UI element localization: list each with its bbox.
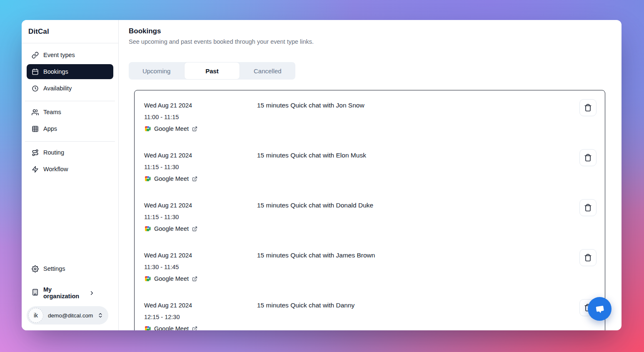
sidebar-item-label: Availability [43, 85, 72, 92]
booking-location-label: Google Meet [154, 175, 189, 183]
external-link-icon [192, 176, 197, 182]
clock-icon [32, 85, 39, 92]
booking-meta: Wed Aug 21 2024 11:00 - 11:15 Google Mee… [144, 101, 257, 133]
tab[interactable]: Cancelled [240, 62, 295, 80]
page-title: Bookings [129, 27, 622, 35]
tab[interactable]: Past [184, 62, 240, 80]
trash-icon [584, 154, 592, 162]
sidebar-item-label: Event types [43, 52, 75, 58]
delete-booking-button[interactable] [579, 99, 597, 116]
booking-time: 12:15 - 12:30 [144, 313, 257, 321]
booking-location-link[interactable]: Google Meet [144, 275, 257, 283]
bookings-filter-tabs: UpcomingPastCancelled [129, 62, 295, 80]
sidebar-nav-tertiary: Routing Workflow [22, 145, 118, 178]
booking-time: 11:30 - 11:45 [144, 263, 257, 271]
booking-location-link[interactable]: Google Meet [144, 225, 257, 233]
sidebar-nav-secondary: Teams Apps [22, 105, 118, 138]
sidebar-bottom: Settings My organization ik demo@ditcal.… [22, 261, 118, 330]
chevron-right-icon [89, 290, 95, 296]
link-icon [32, 52, 39, 59]
building-icon [32, 289, 39, 297]
grid-icon [32, 125, 39, 132]
booking-date: Wed Aug 21 2024 [144, 251, 257, 260]
google-meet-icon [144, 325, 151, 330]
external-link-icon [192, 276, 197, 282]
sidebar-item-label: Workflow [43, 166, 68, 172]
booking-location-link[interactable]: Google Meet [144, 125, 257, 133]
booking-row: Wed Aug 21 2024 12:15 - 12:30 Google Mee… [135, 290, 605, 330]
app-logo: DitCal [28, 27, 49, 36]
sidebar-divider [25, 141, 115, 142]
google-meet-icon [144, 225, 151, 232]
sidebar-nav-main: Event types Bookings Availability [22, 43, 118, 97]
chat-bubble-icon [593, 302, 607, 316]
delete-booking-button[interactable] [579, 199, 597, 216]
sidebar-divider [25, 101, 115, 101]
sidebar-item-label: Bookings [43, 68, 68, 75]
google-meet-icon [144, 125, 151, 132]
sidebar-item[interactable]: Apps [27, 121, 113, 136]
trash-icon [584, 254, 592, 262]
booking-title: 15 minutes Quick chat with Danny [257, 301, 579, 310]
calendar-icon [32, 68, 39, 75]
booking-time: 11:15 - 11:30 [144, 213, 257, 221]
desktop-background: { "app": { "name": "DitCal" }, "sidebar"… [0, 0, 644, 352]
booking-title: 15 minutes Quick chat with Elon Musk [257, 151, 579, 160]
tab[interactable]: Upcoming [129, 62, 184, 80]
booking-time: 11:00 - 11:15 [144, 113, 257, 121]
sidebar-item[interactable]: Workflow [27, 162, 113, 177]
zap-icon [32, 166, 39, 173]
booking-meta: Wed Aug 21 2024 11:15 - 11:30 Google Mee… [144, 151, 257, 183]
chat-widget-button[interactable] [588, 297, 612, 321]
booking-date: Wed Aug 21 2024 [144, 151, 257, 160]
delete-booking-button[interactable] [579, 149, 597, 166]
sidebar-item[interactable]: Bookings [27, 64, 113, 79]
sidebar-item-my-organization[interactable]: My organization [27, 285, 113, 300]
booking-location-label: Google Meet [154, 275, 189, 283]
trash-icon [584, 104, 592, 112]
sidebar-item-label: Apps [43, 125, 57, 132]
avatar: ik [28, 308, 43, 323]
route-icon [32, 149, 39, 156]
logo-block: DitCal [22, 20, 118, 43]
booking-meta: Wed Aug 21 2024 12:15 - 12:30 Google Mee… [144, 301, 257, 330]
booking-row: Wed Aug 21 2024 11:30 - 11:45 Google Mee… [135, 240, 605, 290]
booking-location-label: Google Meet [154, 225, 189, 233]
google-meet-icon [144, 175, 151, 182]
booking-title: 15 minutes Quick chat with Donald Duke [257, 201, 579, 210]
page-subtitle: See upcoming and past events booked thro… [129, 38, 622, 45]
sidebar-item[interactable]: Routing [27, 145, 113, 160]
users-icon [32, 109, 39, 116]
booking-time: 11:15 - 11:30 [144, 163, 257, 171]
gear-icon [32, 265, 39, 272]
sidebar-spacer [22, 178, 118, 261]
app-window: DitCal Event types Bookings Availability… [22, 20, 622, 330]
booking-location-label: Google Meet [154, 325, 189, 330]
sidebar-item-settings[interactable]: Settings [27, 261, 113, 276]
sidebar-item[interactable]: Teams [27, 105, 113, 120]
booking-meta: Wed Aug 21 2024 11:15 - 11:30 Google Mee… [144, 201, 257, 233]
delete-booking-button[interactable] [579, 249, 597, 266]
sidebar-item-label: Routing [43, 149, 64, 156]
booking-location-link[interactable]: Google Meet [144, 325, 257, 330]
booking-date: Wed Aug 21 2024 [144, 101, 257, 110]
external-link-icon [192, 126, 197, 132]
booking-row: Wed Aug 21 2024 11:15 - 11:30 Google Mee… [135, 140, 605, 190]
sidebar-item[interactable]: Event types [27, 47, 113, 62]
booking-location-link[interactable]: Google Meet [144, 175, 257, 183]
booking-row: Wed Aug 21 2024 11:15 - 11:30 Google Mee… [135, 190, 605, 240]
booking-title: 15 minutes Quick chat with James Brown [257, 251, 579, 260]
booking-date: Wed Aug 21 2024 [144, 301, 257, 310]
booking-row: Wed Aug 21 2024 11:00 - 11:15 Google Mee… [135, 90, 605, 140]
sidebar-item-label: Settings [43, 265, 65, 272]
chevrons-up-down-icon [97, 312, 103, 318]
sidebar-item-label: Teams [43, 109, 61, 115]
booking-meta: Wed Aug 21 2024 11:30 - 11:45 Google Mee… [144, 251, 257, 283]
google-meet-icon [144, 275, 151, 282]
user-account-menu[interactable]: ik demo@ditcal.com [27, 306, 108, 325]
external-link-icon [192, 226, 197, 232]
bookings-card: Wed Aug 21 2024 11:00 - 11:15 Google Mee… [134, 90, 605, 330]
booking-date: Wed Aug 21 2024 [144, 201, 257, 210]
sidebar-item[interactable]: Availability [27, 81, 113, 96]
org-label: My organization [43, 286, 84, 300]
